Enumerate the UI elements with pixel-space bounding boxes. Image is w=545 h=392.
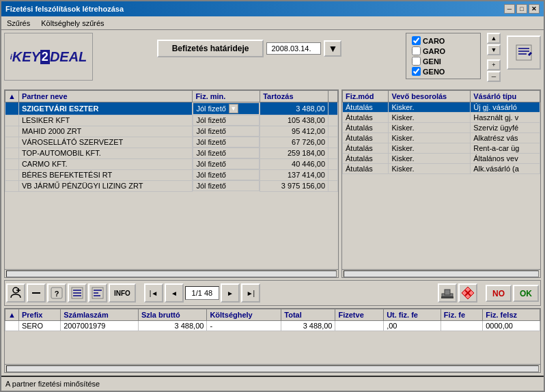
scroll-nav: ▲ ▼ + ─ — [484, 33, 504, 82]
vasarlo-cell: Alk.vásárló (a — [471, 164, 540, 174]
right-hscroll — [342, 269, 540, 277]
logo: i KEY 2 DEAL — [10, 49, 87, 65]
vasarlo-cell: Rent-a-car üg — [471, 143, 540, 154]
left-table-row[interactable]: MAHID 2000 ZRT Jól fizető 95 412,00 — [5, 126, 338, 137]
person-add-button[interactable] — [6, 283, 25, 303]
th-ut-fiz: Ut. fiz. fe — [384, 309, 441, 321]
nav-first-button[interactable]: |◄ — [144, 283, 163, 303]
ok-button[interactable]: OK — [513, 285, 539, 302]
row-index — [5, 137, 19, 148]
nav-prev-button[interactable]: ◄ — [165, 283, 184, 303]
no-button[interactable]: NO — [486, 285, 512, 302]
help-button[interactable]: ? — [47, 283, 66, 303]
window-title: Fizetési felszólítások létrehozása — [5, 5, 124, 13]
th-fiz-fe: Fiz. fe — [441, 309, 482, 321]
bottom-table-row[interactable]: SERO 2007001979 3 488,00 - 3 488,00 ,00 … — [5, 321, 540, 331]
minus-icon — [30, 287, 42, 299]
row-scroll — [329, 180, 338, 191]
vasarlo-cell: Általános vev — [471, 154, 540, 164]
row-scroll — [329, 115, 338, 126]
menu-koltseg[interactable]: Költséghely szűrés — [38, 18, 107, 28]
info-button[interactable]: INFO — [109, 283, 136, 303]
logo-area: i KEY 2 DEAL — [4, 33, 93, 81]
fiz-min-cell: Jól fizető — [193, 126, 260, 137]
partner-neve-cell: MAHID 2000 ZRT — [18, 126, 193, 137]
th-sort-icon: ▲ — [5, 91, 19, 102]
cb-caro-row: CARO — [412, 36, 475, 45]
ok-label2: K — [526, 289, 532, 298]
bt-prefix: SERO — [18, 321, 60, 331]
date-input[interactable] — [266, 42, 321, 55]
th-vevo: Vevő besorolás — [389, 91, 471, 102]
list2-button[interactable] — [88, 283, 107, 303]
left-table-row[interactable]: VB JÁRMŰ PÉNZÜGYI LIZING ZRT Jól fizető … — [5, 180, 338, 191]
right-hscrollbar[interactable] — [344, 270, 539, 277]
edit-button[interactable] — [507, 36, 541, 70]
th-fiz-min: Fiz. min. — [193, 91, 260, 102]
date-area: Befizetés határideje ▼ — [96, 33, 403, 57]
fiz-min-cell: Jól fizető — [193, 148, 260, 158]
th-fiz-mod: Fiz.mód — [343, 91, 389, 102]
right-table-row[interactable]: Átutalás Kisker. Alkatrész vás — [343, 133, 540, 143]
vasarlo-cell: Használt gj. v — [471, 113, 540, 123]
cb-geno[interactable] — [412, 67, 421, 76]
right-table-row[interactable]: Átutalás Kisker. Használt gj. v — [343, 113, 540, 123]
row-index — [5, 169, 19, 180]
partner-neve-cell: BÉRES BEFEKTETÉSI RT — [18, 169, 193, 180]
left-hscrollbar[interactable] — [6, 270, 337, 277]
status-bar: A partner fizetési minősítése — [1, 376, 544, 391]
right-table-row[interactable]: Átutalás Kisker. Rent-a-car üg — [343, 143, 540, 154]
plus-button[interactable]: + — [487, 59, 501, 70]
right-table-row[interactable]: Átutalás Kisker. Szerviz ügyfé — [343, 123, 540, 133]
checkbox-panel: CARO GARO GENI GENO — [406, 33, 481, 79]
date-button[interactable]: Befizetés határideje — [157, 40, 264, 57]
fiz-mod-cell: Átutalás — [343, 113, 389, 123]
fiz-mod-cell: Átutalás — [343, 123, 389, 133]
right-table-row[interactable]: Átutalás Kisker. Általános vev — [343, 154, 540, 164]
cb-garo[interactable] — [412, 46, 421, 55]
sort-icon-bottom: ▲ — [8, 311, 16, 319]
vevo-cell: Kisker. — [389, 113, 471, 123]
left-table-row[interactable]: VÁROSELLÁTÓ SZERVEZET Jól fizető 67 726,… — [5, 137, 338, 148]
menu-szures[interactable]: Szűrés — [4, 18, 33, 28]
delete-button[interactable] — [458, 283, 477, 303]
left-table-scroll[interactable]: ▲ Partner neve Fiz. min. Tartozás SZIGET… — [5, 90, 338, 269]
left-table-row[interactable]: TOP-AUTOMOBIL KFT. Jól fizető 259 184,00 — [5, 148, 338, 158]
minus-small-button[interactable]: ─ — [487, 71, 501, 82]
minimize-button[interactable]: ─ — [504, 4, 515, 14]
fiz-dropdown[interactable]: ▼ — [229, 104, 238, 113]
main-toolbar: ? INFO — [4, 280, 541, 306]
left-table-row[interactable]: LESIKER KFT Jól fizető 105 438,00 — [5, 115, 338, 126]
right-table-scroll[interactable]: Fiz.mód Vevő besorolás Vásárló típu Átut… — [342, 90, 540, 269]
person-add-icon — [10, 287, 22, 299]
row-index — [5, 180, 19, 191]
vevo-cell: Kisker. — [389, 123, 471, 133]
close-button[interactable]: ✕ — [529, 4, 540, 14]
calendar-button[interactable]: ▼ — [324, 40, 341, 57]
list1-button[interactable] — [68, 283, 87, 303]
cb-caro[interactable] — [412, 36, 421, 45]
th-sort-bottom: ▲ — [5, 309, 19, 321]
remove-button[interactable] — [27, 283, 46, 303]
bottom-hscrollbar[interactable] — [6, 365, 539, 372]
stamp-icon — [440, 285, 455, 300]
scroll-up-button[interactable]: ▲ — [487, 33, 501, 44]
maximize-button[interactable]: □ — [516, 4, 527, 14]
row-scroll — [329, 169, 338, 180]
th-partner-neve: Partner neve — [18, 91, 193, 102]
scroll-down-button[interactable]: ▼ — [487, 44, 501, 55]
left-table-row[interactable]: SZIGETVÁRI ESZTER Jól fizető▼ 3 488,00 — [5, 102, 338, 115]
nav-next-button[interactable]: ► — [221, 283, 240, 303]
left-table-container: ▲ Partner neve Fiz. min. Tartozás SZIGET… — [4, 89, 339, 278]
stamp-button[interactable] — [438, 283, 457, 303]
left-table-row[interactable]: BÉRES BEFEKTETÉSI RT Jól fizető 137 414,… — [5, 169, 338, 180]
tartozas-cell: 95 412,00 — [260, 126, 329, 137]
right-table-row[interactable]: Átutalás Kisker. Új gj. vásárló — [343, 102, 540, 113]
right-table-row[interactable]: Átutalás Kisker. Alk.vásárló (a — [343, 164, 540, 174]
cb-geni[interactable] — [412, 57, 421, 66]
left-table-row[interactable]: CARMO KFT. Jól fizető 40 446,00 — [5, 158, 338, 169]
nav-last-button[interactable]: ►| — [241, 283, 260, 303]
cb-geni-label: GENI — [423, 57, 441, 66]
svg-rect-21 — [441, 296, 453, 298]
bottom-table-scroll[interactable]: ▲ Prefix Számlaszám Szla bruttó Költségh… — [5, 309, 540, 364]
